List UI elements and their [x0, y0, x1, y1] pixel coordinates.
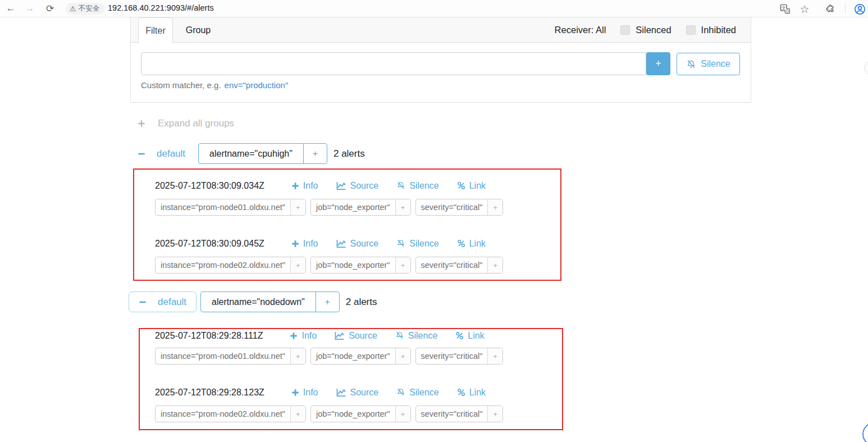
label-add-button[interactable]: + — [487, 406, 502, 422]
filter-tabbar: Filter Group Receiver: All Silenced Inhi… — [131, 17, 751, 43]
label-pill: severity="critical"+ — [415, 405, 504, 422]
label-pill: job="node_exporter"+ — [310, 199, 411, 216]
alert-labels: instance="prom-node02.oldxu.net"+ job="n… — [155, 405, 503, 422]
info-button[interactable]: Info — [291, 181, 318, 191]
source-button[interactable]: Source — [336, 181, 379, 191]
expand-all-groups[interactable]: Expand all groups — [138, 118, 234, 129]
bell-slash-icon — [396, 181, 405, 190]
link-button[interactable]: Link — [455, 331, 484, 341]
bell-slash-icon — [396, 239, 405, 248]
link-button[interactable]: Link — [457, 239, 486, 249]
silenced-checkbox[interactable] — [620, 25, 630, 35]
label-add-button[interactable]: + — [395, 199, 410, 215]
back-icon[interactable]: ← — [3, 1, 18, 16]
minus-icon — [139, 298, 147, 306]
silence-alert-button[interactable]: Silence — [395, 331, 437, 341]
label-add-button[interactable]: + — [395, 348, 410, 364]
label-add-button[interactable]: + — [487, 348, 502, 364]
label-pill: job="node_exporter"+ — [310, 348, 411, 364]
source-button[interactable]: Source — [335, 331, 377, 341]
bell-slash-icon — [396, 388, 405, 397]
security-chip[interactable]: ⚠ 不安全 — [66, 3, 105, 15]
alert-timestamp: 2025-07-12T08:30:09.045Z — [155, 239, 264, 249]
receiver-label[interactable]: Receiver: All — [555, 25, 606, 35]
add-matcher-button[interactable]: + — [646, 52, 670, 75]
plus-icon — [290, 332, 298, 340]
silence-alert-button[interactable]: Silence — [396, 181, 438, 191]
label-pill: instance="prom-node02.oldxu.net"+ — [155, 405, 306, 422]
group-matcher-text: alertname="nodedown" — [201, 292, 316, 312]
label-add-button[interactable]: + — [290, 406, 305, 422]
label-pill: severity="critical"+ — [415, 257, 504, 274]
label-add-button[interactable]: + — [395, 406, 410, 422]
expand-all-label: Expand all groups — [158, 118, 234, 129]
source-button[interactable]: Source — [336, 239, 379, 249]
label-add-button[interactable]: + — [395, 257, 410, 273]
plus-icon — [291, 389, 299, 397]
floating-widget-partial[interactable] — [862, 422, 868, 442]
svg-text:文: 文 — [782, 6, 786, 11]
extensions-puzzle-icon[interactable] — [823, 2, 838, 16]
label-add-button[interactable]: + — [290, 199, 305, 215]
label-add-button[interactable]: + — [290, 257, 305, 273]
matcher-input[interactable] — [141, 52, 646, 75]
matcher-example-link[interactable]: env="production" — [225, 80, 289, 90]
alert-row: 2025-07-12T08:30:09.034Z Info Source Sil… — [155, 180, 486, 192]
alert-row: 2025-07-12T08:29:28.123Z Info Source Sil… — [155, 386, 486, 398]
address-bar[interactable]: 192.168.40.221:9093/#/alerts — [108, 3, 214, 12]
link-icon — [457, 388, 465, 397]
chart-line-icon — [336, 388, 346, 397]
group-collapse-default[interactable]: default — [138, 148, 185, 160]
group-matcher-text: alertname="cpuhigh" — [199, 144, 303, 163]
group-matcher-badge: alertname="cpuhigh" + — [198, 143, 327, 164]
source-button[interactable]: Source — [336, 388, 379, 398]
receiver-cluster: Receiver: All Silenced Inhibited — [555, 17, 736, 43]
group-matcher-add-button[interactable]: + — [316, 292, 339, 312]
plus-icon — [291, 240, 299, 248]
link-icon — [455, 331, 464, 340]
alert-timestamp: 2025-07-12T08:29:28.123Z — [155, 388, 264, 398]
silence-alert-button[interactable]: Silence — [396, 388, 438, 398]
toolbar-divider — [845, 4, 846, 13]
group-name: default — [158, 297, 186, 308]
bell-slash-icon — [395, 331, 404, 340]
group-alert-count: 2 alerts — [334, 148, 365, 160]
group-collapse-default[interactable]: default — [129, 291, 197, 312]
bookmark-star-icon[interactable]: ☆ — [797, 2, 812, 16]
alert-labels: instance="prom-node01.oldxu.net"+ job="n… — [155, 199, 503, 216]
bell-slash-icon — [686, 60, 696, 69]
group-matcher-badge: alertname="nodedown" + — [200, 291, 340, 312]
info-button[interactable]: Info — [290, 331, 317, 341]
link-button[interactable]: Link — [457, 388, 486, 398]
reload-icon[interactable]: ⟳ — [43, 1, 57, 16]
label-add-button[interactable]: + — [290, 348, 305, 364]
info-button[interactable]: Info — [291, 239, 318, 249]
inhibited-checkbox[interactable] — [686, 25, 696, 35]
silence-alert-button[interactable]: Silence — [396, 239, 438, 249]
label-add-button[interactable]: + — [487, 257, 502, 273]
svg-text:G: G — [786, 8, 789, 13]
plus-icon — [138, 120, 145, 127]
matcher-hint-prefix: Custom matcher, e.g. — [141, 80, 221, 90]
link-button[interactable]: Link — [457, 181, 486, 191]
inhibited-label: Inhibited — [701, 25, 736, 35]
alert-timestamp: 2025-07-12T08:30:09.034Z — [155, 181, 264, 191]
label-add-button[interactable]: + — [487, 199, 502, 215]
silence-button[interactable]: Silence — [677, 53, 740, 75]
alert-labels: instance="prom-node01.oldxu.net"+ job="n… — [155, 348, 503, 364]
tab-group[interactable]: Group — [173, 17, 223, 43]
tab-filter[interactable]: Filter — [138, 17, 173, 43]
floating-widget-partial[interactable] — [864, 61, 868, 75]
matcher-hint: Custom matcher, e.g.env="production" — [141, 80, 288, 90]
not-secure-warning-icon: ⚠ — [70, 5, 76, 12]
label-pill: instance="prom-node02.oldxu.net"+ — [155, 257, 306, 274]
profile-avatar-icon[interactable] — [852, 2, 867, 16]
translate-icon[interactable]: 文G — [778, 2, 792, 16]
alert-group-header: default alertname="cpuhigh" + 2 alerts — [138, 143, 365, 164]
filter-card: Filter Group Receiver: All Silenced Inhi… — [130, 17, 751, 103]
group-matcher-add-button[interactable]: + — [303, 144, 327, 163]
info-button[interactable]: Info — [291, 388, 318, 398]
link-icon — [457, 181, 465, 190]
not-secure-label: 不安全 — [79, 4, 100, 13]
forward-icon[interactable]: → — [22, 1, 37, 16]
